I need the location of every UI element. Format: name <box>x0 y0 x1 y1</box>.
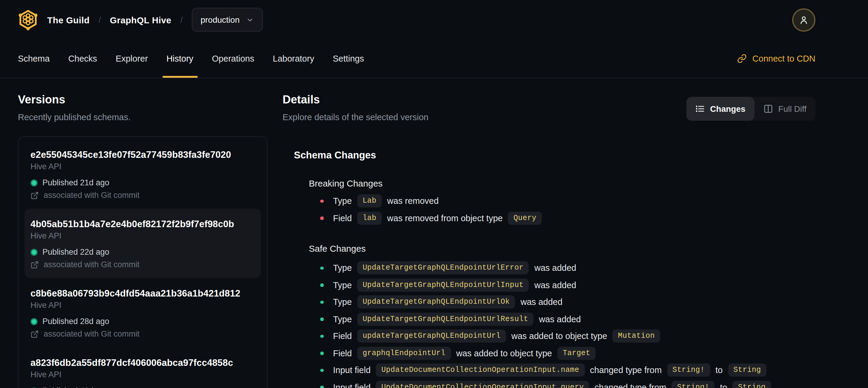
change-text: Field <box>333 349 352 358</box>
code-chip: String <box>728 364 766 377</box>
change-text: to <box>720 383 727 388</box>
change-text: changed type from <box>595 383 666 388</box>
status-dot-icon <box>30 249 38 256</box>
schema-changes-section: Schema Changes Breaking ChangesTypeLabwa… <box>294 149 815 388</box>
change-text: Type <box>333 280 352 290</box>
details-subtitle: Explore details of the selected version <box>283 112 428 123</box>
change-text: was added to object type <box>456 349 552 358</box>
schema-changes-title: Schema Changes <box>294 149 815 161</box>
version-published: Published 28d ago <box>30 317 255 326</box>
code-chip: Lab <box>357 195 382 208</box>
code-chip: String! <box>672 381 715 388</box>
git-commit-link[interactable]: associated with Git commit <box>30 260 255 270</box>
change-item: TypeUpdateTargetGraphQLEndpointUrlInputw… <box>320 276 815 294</box>
page: The Guild / GraphQL Hive / production Sc… <box>0 0 868 388</box>
tab-explorer[interactable]: Explorer <box>116 39 148 78</box>
code-chip: Mutation <box>613 330 660 343</box>
change-text: Input field <box>333 383 371 388</box>
user-avatar-button[interactable] <box>792 8 815 31</box>
change-text: Field <box>333 331 352 341</box>
details-header: Details Explore details of the selected … <box>283 78 428 123</box>
bullet-icon <box>320 352 323 355</box>
columns-icon <box>764 104 773 114</box>
published-label: Published 28d ago <box>42 317 109 326</box>
change-item: TypeLabwas removed <box>320 192 815 210</box>
bullet-icon <box>320 318 323 321</box>
code-chip: graphqlEndpointUrl <box>357 347 451 360</box>
bullet-icon <box>320 283 323 287</box>
details-title: Details <box>283 93 428 107</box>
version-published: Published 21d ago <box>30 178 255 188</box>
breadcrumb: The Guild / GraphQL Hive / production <box>47 8 263 32</box>
breadcrumb-separator: / <box>99 15 101 25</box>
change-item: FieldgraphqlEndpointUrlwas added to obje… <box>320 345 815 362</box>
change-text: Field <box>333 213 352 223</box>
tab-history[interactable]: History <box>166 39 193 78</box>
version-list-item[interactable]: e2e55045345ce13fe07f52a77459b83fa3fe7020… <box>25 139 261 209</box>
bullet-icon <box>320 386 323 388</box>
tab-settings[interactable]: Settings <box>333 39 364 78</box>
code-chip: Target <box>557 347 596 360</box>
change-item: Input fieldUpdateDocumentCollectionOpera… <box>320 379 815 388</box>
change-text: was removed <box>387 197 438 206</box>
tab-laboratory[interactable]: Laboratory <box>273 39 314 78</box>
main-nav: SchemaChecksExplorerHistoryOperationsLab… <box>0 39 868 78</box>
tab-schema[interactable]: Schema <box>18 39 50 78</box>
safe-changes-group: Safe ChangesTypeUpdateTargetGraphQLEndpo… <box>294 243 815 388</box>
code-chip: UpdateTargetGraphQLEndpointUrlError <box>357 262 529 275</box>
code-chip: String! <box>667 364 710 377</box>
connect-to-cdn-label: Connect to CDN <box>752 54 815 63</box>
version-service: Hive API <box>30 162 255 172</box>
target-selector-button[interactable]: production <box>191 8 263 32</box>
bullet-icon <box>320 300 323 304</box>
change-text: was added <box>521 297 562 307</box>
user-icon <box>799 14 809 25</box>
git-commit-label: associated with Git commit <box>43 191 140 200</box>
tab-checks[interactable]: Checks <box>68 39 97 78</box>
versions-panel: Versions Recently published schemas. e2e… <box>18 78 268 388</box>
list-icon <box>695 104 705 114</box>
changes-view-button[interactable]: Changes <box>686 97 754 121</box>
version-hash: a823f6db2a55df877dcf406006abca97fcc4858c <box>30 357 255 368</box>
change-text: to <box>715 365 722 375</box>
view-toggle: ChangesFull Diff <box>686 97 815 121</box>
change-item: TypeUpdateTargetGraphQLEndpointUrlErrorw… <box>320 260 815 276</box>
version-published: Published 22d ago <box>30 247 255 257</box>
breaking-changes-heading: Breaking Changes <box>309 178 815 189</box>
chevron-down-icon <box>246 16 254 24</box>
app-header: The Guild / GraphQL Hive / production <box>0 0 868 39</box>
connect-to-cdn-link[interactable]: Connect to CDN <box>738 54 815 63</box>
details-panel: Details Explore details of the selected … <box>283 78 815 388</box>
bullet-icon <box>320 368 323 372</box>
version-service: Hive API <box>30 231 255 241</box>
change-text: was added <box>539 315 581 324</box>
breadcrumb-separator: / <box>180 15 183 25</box>
code-chip: lab <box>357 212 382 225</box>
change-text: was added <box>534 263 576 273</box>
change-item: Fieldlabwas removed from object typeQuer… <box>320 210 815 227</box>
safe-changes-heading: Safe Changes <box>309 243 815 254</box>
version-list-item[interactable]: 4b05ab51b1b4a7e2e4b0ef82172f2b9f7ef98c0b… <box>25 209 261 278</box>
version-list-item[interactable]: a823f6db2a55df877dcf406006abca97fcc4858c… <box>25 347 261 388</box>
code-chip: UpdateTargetGraphQLEndpointUrlOk <box>357 296 515 309</box>
breadcrumb-project[interactable]: GraphQL Hive <box>110 14 172 25</box>
version-list-item[interactable]: c8b6e88a06793b9c4dfd54aaa21b36a1b421d812… <box>25 278 261 347</box>
version-hash: 4b05ab51b1b4a7e2e4b0ef82172f2b9f7ef98c0b <box>30 218 255 230</box>
version-service: Hive API <box>30 301 255 310</box>
code-chip: updateTargetGraphQLEndpointUrl <box>357 330 506 343</box>
external-link-icon <box>30 330 39 338</box>
view-button-label: Changes <box>710 104 745 114</box>
hive-logo-icon[interactable] <box>18 9 38 30</box>
git-commit-link[interactable]: associated with Git commit <box>30 191 255 200</box>
change-text: Input field <box>333 365 371 375</box>
breaking-changes-group: Breaking ChangesTypeLabwas removedFieldl… <box>294 178 815 227</box>
breadcrumb-org[interactable]: The Guild <box>47 14 90 25</box>
code-chip: Query <box>508 212 542 225</box>
git-commit-link[interactable]: associated with Git commit <box>30 329 255 339</box>
tab-operations[interactable]: Operations <box>212 39 254 78</box>
version-hash: c8b6e88a06793b9c4dfd54aaa21b36a1b421d812 <box>30 288 255 299</box>
change-text: changed type from <box>590 365 661 375</box>
full-diff-view-button[interactable]: Full Diff <box>754 97 815 121</box>
schema-changes-groups: Breaking ChangesTypeLabwas removedFieldl… <box>294 178 815 388</box>
page-content: Versions Recently published schemas. e2e… <box>0 78 868 388</box>
